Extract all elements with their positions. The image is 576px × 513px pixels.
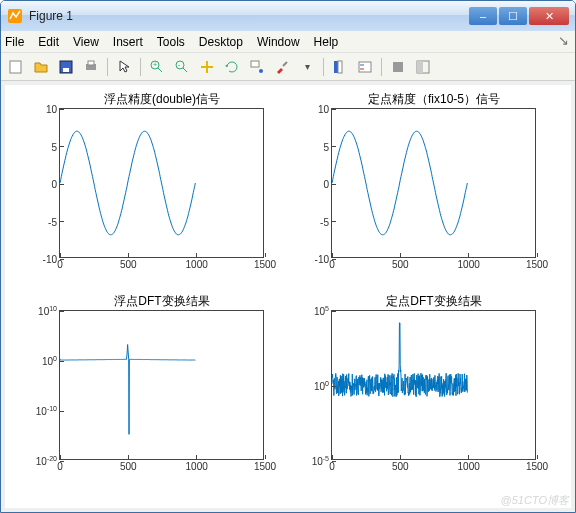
x-tick-label: 1000 — [186, 461, 208, 472]
y-tick-label: 10-5 — [312, 455, 329, 467]
svg-point-13 — [259, 69, 263, 73]
y-tick-label: -10 — [315, 254, 329, 265]
x-tick-label: 1500 — [526, 461, 548, 472]
svg-rect-16 — [338, 61, 342, 73]
y-tick-label: -5 — [48, 216, 57, 227]
figure-toolbar: + - ▾ — [1, 53, 575, 81]
svg-line-7 — [158, 68, 162, 72]
axes-3[interactable]: 05001000150010-2010-101001010 — [59, 310, 264, 460]
figure-content: 浮点精度(double)信号 050010001500-10-50510 定点精… — [1, 81, 575, 512]
hide-tools-icon[interactable] — [387, 56, 409, 78]
title-bar[interactable]: Figure 1 – ☐ ✕ — [1, 1, 575, 31]
dock-icon[interactable] — [412, 56, 434, 78]
minimize-button[interactable]: – — [469, 7, 497, 25]
zoom-in-icon[interactable]: + — [146, 56, 168, 78]
new-figure-icon[interactable] — [5, 56, 27, 78]
watermark-text: @51CTO博客 — [501, 493, 569, 508]
x-tick-label: 1000 — [458, 259, 480, 270]
menu-tools[interactable]: Tools — [157, 35, 185, 49]
axes-title-4: 定点DFT变换结果 — [325, 293, 543, 310]
line-curve-2 — [332, 109, 535, 257]
svg-line-10 — [183, 68, 187, 72]
svg-rect-17 — [359, 62, 371, 72]
x-tick-label: 0 — [329, 461, 335, 472]
maximize-button[interactable]: ☐ — [499, 7, 527, 25]
dock-curl-icon[interactable]: ↘ — [558, 33, 569, 48]
svg-rect-12 — [251, 61, 259, 67]
x-tick-label: 1500 — [254, 461, 276, 472]
y-tick-label: -5 — [320, 216, 329, 227]
line-curve-1 — [60, 109, 263, 257]
x-tick-label: 0 — [329, 259, 335, 270]
plot-grid: 浮点精度(double)信号 050010001500-10-50510 定点精… — [5, 85, 571, 508]
svg-line-14 — [283, 62, 287, 66]
open-icon[interactable] — [30, 56, 52, 78]
toolbar-separator — [323, 58, 324, 76]
toolbar-separator — [107, 58, 108, 76]
y-tick-label: 1010 — [38, 305, 57, 317]
y-tick-label: 105 — [314, 305, 329, 317]
x-tick-label: 500 — [392, 259, 409, 270]
svg-rect-3 — [63, 68, 69, 72]
figure-window: Figure 1 – ☐ ✕ File Edit View Insert Too… — [0, 0, 576, 513]
x-tick-label: 1500 — [526, 259, 548, 270]
legend-icon[interactable] — [354, 56, 376, 78]
y-tick-label: -10 — [43, 254, 57, 265]
y-tick-label: 5 — [323, 141, 329, 152]
rotate-icon[interactable] — [221, 56, 243, 78]
y-tick-label: 10-10 — [36, 405, 57, 417]
x-tick-label: 1000 — [458, 461, 480, 472]
link-icon[interactable]: ▾ — [296, 56, 318, 78]
brush-icon[interactable] — [271, 56, 293, 78]
menu-help[interactable]: Help — [314, 35, 339, 49]
y-tick-label: 10 — [46, 104, 57, 115]
subplot-2: 定点精度（fix10-5）信号 050010001500-10-50510 — [325, 91, 543, 258]
window-title: Figure 1 — [29, 9, 469, 23]
x-tick-label: 500 — [392, 461, 409, 472]
svg-rect-15 — [334, 61, 338, 73]
zoom-out-icon[interactable]: - — [171, 56, 193, 78]
axes-1[interactable]: 050010001500-10-50510 — [59, 108, 264, 258]
y-tick-label: 0 — [323, 179, 329, 190]
axes-title-2: 定点精度（fix10-5）信号 — [325, 91, 543, 108]
subplot-1: 浮点精度(double)信号 050010001500-10-50510 — [53, 91, 271, 258]
save-icon[interactable] — [55, 56, 77, 78]
close-button[interactable]: ✕ — [529, 7, 569, 25]
menu-window[interactable]: Window — [257, 35, 300, 49]
x-tick-label: 500 — [120, 259, 137, 270]
print-icon[interactable] — [80, 56, 102, 78]
svg-text:+: + — [153, 61, 157, 68]
x-tick-label: 500 — [120, 461, 137, 472]
y-tick-label: 10-20 — [36, 455, 57, 467]
axes-title-1: 浮点精度(double)信号 — [53, 91, 271, 108]
line-curve-4 — [332, 311, 535, 459]
svg-rect-20 — [393, 62, 403, 72]
colorbar-icon[interactable] — [329, 56, 351, 78]
subplot-3: 浮点DFT变换结果 05001000150010-2010-101001010 — [53, 293, 271, 460]
y-tick-label: 5 — [51, 141, 57, 152]
window-buttons: – ☐ ✕ — [469, 7, 569, 25]
menu-desktop[interactable]: Desktop — [199, 35, 243, 49]
svg-text:-: - — [178, 61, 181, 68]
menu-view[interactable]: View — [73, 35, 99, 49]
axes-4[interactable]: 05001000150010-5100105 — [331, 310, 536, 460]
svg-rect-5 — [88, 61, 94, 65]
x-tick-label: 0 — [57, 461, 63, 472]
menu-insert[interactable]: Insert — [113, 35, 143, 49]
menu-edit[interactable]: Edit — [38, 35, 59, 49]
toolbar-separator — [140, 58, 141, 76]
x-tick-label: 0 — [57, 259, 63, 270]
svg-rect-22 — [417, 61, 423, 73]
menu-file[interactable]: File — [5, 35, 24, 49]
y-tick-label: 0 — [51, 179, 57, 190]
axes-2[interactable]: 050010001500-10-50510 — [331, 108, 536, 258]
svg-rect-1 — [10, 61, 21, 73]
x-tick-label: 1500 — [254, 259, 276, 270]
pan-icon[interactable] — [196, 56, 218, 78]
y-tick-label: 10 — [318, 104, 329, 115]
axes-title-3: 浮点DFT变换结果 — [53, 293, 271, 310]
x-tick-label: 1000 — [186, 259, 208, 270]
datatip-icon[interactable] — [246, 56, 268, 78]
pointer-icon[interactable] — [113, 56, 135, 78]
toolbar-separator — [381, 58, 382, 76]
